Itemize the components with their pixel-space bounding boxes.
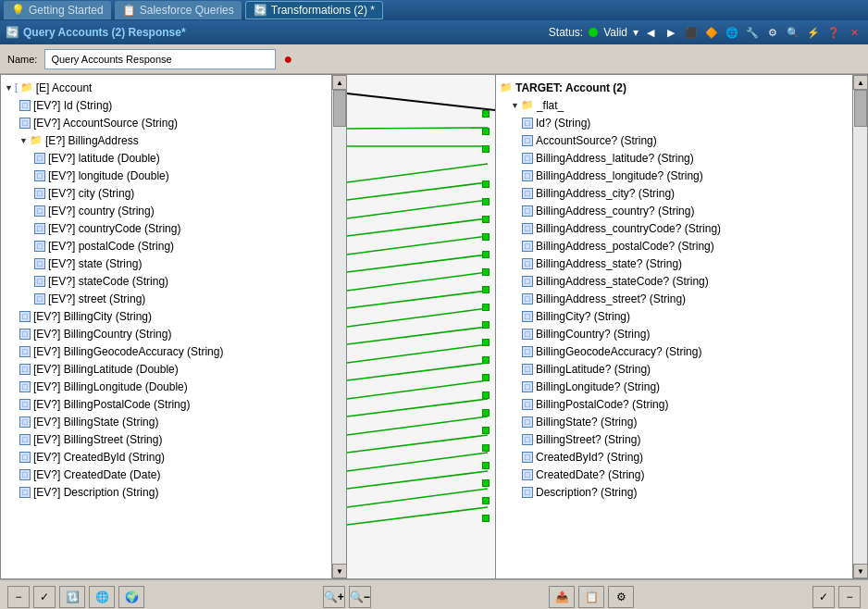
toolbar-icon-6[interactable]: 🔍 bbox=[785, 24, 801, 41]
export-btn[interactable]: 📤 bbox=[549, 586, 575, 608]
node-billingstreet[interactable]: □ [EV?] BillingStreet (String) bbox=[1, 430, 331, 448]
field-icon: □ bbox=[34, 205, 45, 217]
node-label: [EV?] CreatedById (String) bbox=[33, 451, 165, 464]
zoom-in-btn[interactable]: 🔍+ bbox=[323, 586, 345, 608]
right-node-ba-city[interactable]: □ BillingAddress_city? (String) bbox=[496, 184, 852, 202]
right-node-id[interactable]: □ Id? (String) bbox=[496, 114, 852, 131]
scroll-track[interactable] bbox=[332, 90, 346, 564]
field-icon: □ bbox=[19, 487, 31, 498]
scroll-down-btn[interactable]: ▼ bbox=[332, 564, 347, 578]
node-id[interactable]: □ [EV?] Id (String) bbox=[1, 96, 331, 114]
node-description[interactable]: □ [EV?] Description (String) bbox=[1, 483, 331, 501]
connector-sq-billingcity bbox=[482, 339, 490, 346]
node-longitude[interactable]: □ [EV?] longitude (Double) bbox=[1, 167, 331, 184]
node-billinglatitude[interactable]: □ [EV?] BillingLatitude (Double) bbox=[1, 360, 331, 378]
node-label: [EV?] BillingCountry (String) bbox=[33, 328, 171, 341]
node-billinglongitude[interactable]: □ [EV?] BillingLongitude (Double) bbox=[1, 378, 331, 395]
left-scrollbar[interactable]: ▲ ▼ bbox=[331, 75, 346, 578]
toolbar-icon-4[interactable]: 🔧 bbox=[744, 24, 761, 41]
node-state[interactable]: □ [EV?] state (String) bbox=[1, 255, 331, 272]
name-input[interactable] bbox=[44, 49, 276, 69]
right-node-ba-latitude[interactable]: □ BillingAddress_latitude? (String) bbox=[496, 149, 852, 167]
node-street[interactable]: □ [EV?] street (String) bbox=[1, 290, 331, 307]
root-label: [E] Account bbox=[36, 81, 93, 94]
right-node-ba-countrycode[interactable]: □ BillingAddress_countryCode? (String) bbox=[496, 219, 852, 237]
node-billingpostal[interactable]: □ [EV?] BillingPostalCode (String) bbox=[1, 395, 331, 413]
toolbar-icon-5[interactable]: ⚙ bbox=[764, 24, 781, 41]
tab-getting-started[interactable]: 💡 Getting Started bbox=[4, 1, 111, 19]
right-node-billingpostal[interactable]: □ BillingPostalCode? (String) bbox=[496, 395, 852, 413]
node-billingcountry[interactable]: □ [EV?] BillingCountry (String) bbox=[1, 325, 331, 342]
node-billingcity[interactable]: □ [EV?] BillingCity (String) bbox=[1, 307, 331, 325]
scroll-thumb[interactable] bbox=[333, 90, 346, 127]
tab-salesforce-queries[interactable]: 📋 Salesforce Queries bbox=[115, 1, 242, 19]
validate-btn[interactable]: ✓ bbox=[33, 586, 56, 608]
scroll-up-btn[interactable]: ▲ bbox=[332, 75, 347, 90]
node-latitude[interactable]: □ [EV?] latitude (Double) bbox=[1, 149, 331, 167]
right-node-ba-state[interactable]: □ BillingAddress_state? (String) bbox=[496, 255, 852, 272]
right-node-description[interactable]: □ Description? (String) bbox=[496, 483, 852, 501]
node-flat[interactable]: ▼ 📁 _flat_ bbox=[496, 96, 852, 114]
scroll-track[interactable] bbox=[853, 90, 867, 564]
right-node-billingcountry[interactable]: □ BillingCountry? (String) bbox=[496, 325, 852, 342]
globe-btn[interactable]: 🌐 bbox=[89, 586, 115, 608]
collapse-btn[interactable]: − bbox=[7, 586, 30, 608]
svg-line-0 bbox=[347, 93, 495, 110]
refresh-btn[interactable]: 🔃 bbox=[59, 586, 85, 608]
toolbar-icon-9[interactable]: ✕ bbox=[846, 24, 862, 41]
right-node-billinglon[interactable]: □ BillingLongitude? (String) bbox=[496, 378, 852, 395]
field-icon: □ bbox=[522, 469, 533, 480]
node-label: [EV?] longitude (Double) bbox=[48, 169, 169, 182]
nav-forward-icon[interactable]: ▶ bbox=[663, 24, 679, 41]
node-billinggeocode[interactable]: □ [EV?] BillingGeocodeAccuracy (String) bbox=[1, 342, 331, 360]
right-node-ba-country[interactable]: □ BillingAddress_country? (String) bbox=[496, 202, 852, 219]
tab-transformations[interactable]: 🔄 Transformations (2) * bbox=[245, 1, 383, 19]
right-node-ba-street[interactable]: □ BillingAddress_street? (String) bbox=[496, 290, 852, 307]
collapse2-btn[interactable]: − bbox=[838, 586, 861, 608]
right-node-ba-longitude[interactable]: □ BillingAddress_longitude? (String) bbox=[496, 167, 852, 184]
right-node-billingstate[interactable]: □ BillingState? (String) bbox=[496, 413, 852, 430]
right-node-createddate[interactable]: □ CreatedDate? (String) bbox=[496, 466, 852, 483]
right-node-ba-statecode[interactable]: □ BillingAddress_stateCode? (String) bbox=[496, 272, 852, 290]
right-node-createdbyid[interactable]: □ CreatedById? (String) bbox=[496, 448, 852, 466]
right-scrollbar[interactable]: ▲ ▼ bbox=[852, 75, 867, 578]
right-node-billinggeo[interactable]: □ BillingGeocodeAccuracy? (String) bbox=[496, 342, 852, 360]
toolbar-icon-8[interactable]: ❓ bbox=[825, 24, 842, 41]
node-billingaddress[interactable]: ▼ 📁 [E?] BillingAddress bbox=[1, 131, 331, 149]
connector-sq-country bbox=[482, 233, 490, 241]
scroll-down-btn[interactable]: ▼ bbox=[853, 564, 868, 578]
copy-btn[interactable]: 📋 bbox=[578, 586, 604, 608]
node-accountsource[interactable]: □ [EV?] AccountSource (String) bbox=[1, 114, 331, 131]
validate2-btn[interactable]: ✓ bbox=[812, 586, 835, 608]
field-icon: □ bbox=[522, 258, 533, 269]
nav-back-icon[interactable]: ◀ bbox=[642, 24, 659, 41]
toolbar-icon-7[interactable]: ⚡ bbox=[805, 24, 822, 41]
node-statecode[interactable]: □ [EV?] stateCode (String) bbox=[1, 272, 331, 290]
toolbar-icon-3[interactable]: 🌐 bbox=[724, 24, 740, 41]
svg-line-4 bbox=[347, 182, 488, 200]
scroll-up-btn[interactable]: ▲ bbox=[853, 75, 868, 90]
scroll-thumb[interactable] bbox=[854, 90, 867, 127]
node-country[interactable]: □ [EV?] country (String) bbox=[1, 202, 331, 219]
toolbar-icon-2[interactable]: 🔶 bbox=[703, 24, 720, 41]
right-node-accountsource[interactable]: □ AccountSource? (String) bbox=[496, 131, 852, 149]
node-city[interactable]: □ [EV?] city (String) bbox=[1, 184, 331, 202]
right-node-ba-postalcode[interactable]: □ BillingAddress_postalCode? (String) bbox=[496, 237, 852, 255]
node-postalcode[interactable]: □ [EV?] postalCode (String) bbox=[1, 237, 331, 255]
salesforce-queries-icon: 📋 bbox=[122, 4, 136, 17]
toolbar-icon-1[interactable]: ⬛ bbox=[683, 24, 700, 41]
node-createdbyid[interactable]: □ [EV?] CreatedById (String) bbox=[1, 448, 331, 466]
right-node-billinglat[interactable]: □ BillingLatitude? (String) bbox=[496, 360, 852, 378]
field-icon: □ bbox=[19, 399, 31, 410]
node-countrycode[interactable]: □ [EV?] countryCode (String) bbox=[1, 219, 331, 237]
settings-btn[interactable]: ⚙ bbox=[608, 586, 634, 608]
status-dropdown[interactable]: ▾ bbox=[633, 26, 639, 39]
tree-root-account[interactable]: ▼ [ 📁 [E] Account bbox=[1, 79, 331, 96]
import-btn[interactable]: 🌍 bbox=[118, 586, 144, 608]
field-icon: □ bbox=[522, 399, 533, 410]
right-node-billingstreet[interactable]: □ BillingStreet? (String) bbox=[496, 430, 852, 448]
node-createddate[interactable]: □ [EV?] CreatedDate (Date) bbox=[1, 466, 331, 483]
zoom-out-btn[interactable]: 🔍− bbox=[349, 586, 371, 608]
node-billingstate[interactable]: □ [EV?] BillingState (String) bbox=[1, 413, 331, 430]
right-node-billingcity[interactable]: □ BillingCity? (String) bbox=[496, 307, 852, 325]
